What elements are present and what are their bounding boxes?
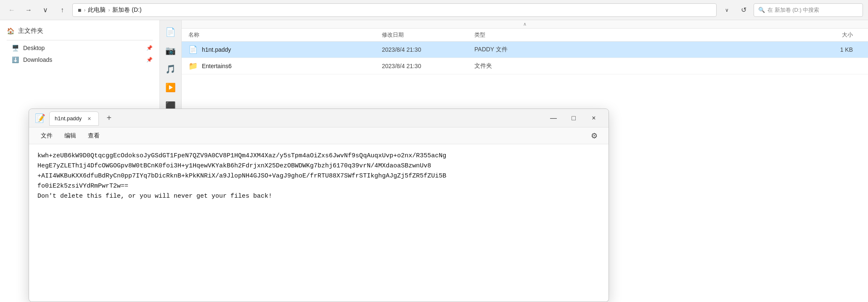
file-size: 1 KB	[558, 46, 861, 53]
up-button[interactable]: ↑	[56, 3, 69, 17]
sidebar-downloads-label: Downloads	[23, 56, 52, 63]
file-name-cell: 📄 h1nt.paddy	[188, 45, 382, 54]
notepad-titlebar: 📝 h1nt.paddy × + — □ ×	[29, 109, 609, 127]
file-name: Entertains6	[202, 63, 232, 69]
forward-button[interactable]: →	[22, 3, 35, 17]
notepad-window: 📝 h1nt.paddy × + — □ × 文件 编辑 查看 ⚙ kwh+ze…	[29, 109, 609, 302]
file-row[interactable]: 📄 h1nt.paddy 2023/8/4 21:30 PADDY 文件 1 K…	[182, 42, 868, 58]
address-icon: ■	[78, 7, 81, 13]
collapse-icon: ∧	[523, 21, 527, 27]
sidebar-home-label: 主文件夹	[18, 27, 43, 35]
search-icon: 🔍	[758, 7, 765, 13]
header-size: 大小	[558, 31, 861, 39]
notepad-settings-button[interactable]: ⚙	[587, 128, 602, 143]
icon-strip-doc[interactable]: 📄	[162, 24, 179, 40]
address-sep: ›	[84, 7, 85, 13]
home-icon: 🏠	[7, 27, 15, 35]
file-type: 文件夹	[474, 62, 558, 70]
notepad-new-tab-button[interactable]: +	[102, 111, 116, 125]
address-bar[interactable]: ■ › 此电脑 › 新加卷 (D:)	[72, 3, 717, 17]
address-path-2: 新加卷 (D:)	[112, 6, 141, 14]
title-bar: ← → ∨ ↑ ■ › 此电脑 › 新加卷 (D:) ∨ ↺ 🔍 在 新加卷 (…	[0, 0, 868, 20]
sidebar-item-desktop[interactable]: 🖥️ Desktop 📌	[0, 42, 159, 54]
refresh-button[interactable]: ↺	[737, 3, 750, 17]
sidebar-item-downloads[interactable]: ⬇️ Downloads 📌	[0, 54, 159, 66]
menu-file[interactable]: 文件	[36, 130, 58, 141]
file-type: PADDY 文件	[474, 46, 558, 53]
downloads-pin-icon: 📌	[146, 57, 153, 63]
notepad-maximize-button[interactable]: □	[564, 111, 583, 125]
file-name-cell: 📁 Entertains6	[188, 61, 382, 71]
file-name: h1nt.paddy	[202, 46, 231, 53]
header-date: 修改日期	[382, 31, 474, 39]
notepad-window-controls: — □ ×	[544, 111, 603, 125]
file-date: 2023/8/4 21:30	[382, 46, 474, 53]
header-name: 名称	[188, 31, 382, 39]
file-date: 2023/8/4 21:30	[382, 63, 474, 69]
icon-strip-video[interactable]: ▶️	[162, 79, 179, 96]
notepad-content[interactable]: kwh+zeUB6kW9D0QtqcggEcOdoksoJyGSdGT1FpeN…	[29, 144, 609, 302]
folder-icon: 📁	[188, 61, 198, 71]
search-placeholder-text: 在 新加卷 (D:) 中搜索	[767, 6, 820, 14]
notepad-tab-name: h1nt.paddy	[55, 115, 82, 122]
back-button[interactable]: ←	[5, 3, 19, 17]
search-bar[interactable]: 🔍 在 新加卷 (D:) 中搜索	[754, 3, 863, 17]
collapse-bar[interactable]: ∧	[182, 20, 868, 29]
address-sep-1: ›	[108, 7, 110, 13]
sidebar-desktop-label: Desktop	[23, 45, 45, 51]
dropdown-button[interactable]: ∨	[39, 3, 52, 17]
notepad-app-icon: 📝	[34, 112, 46, 124]
sidebar-home[interactable]: 🏠 主文件夹	[0, 24, 159, 38]
address-path-1: 此电脑	[88, 6, 106, 14]
address-dropdown-button[interactable]: ∨	[720, 3, 733, 17]
notepad-close-button[interactable]: ×	[584, 111, 603, 125]
menu-edit[interactable]: 编辑	[59, 130, 81, 141]
file-row[interactable]: 📁 Entertains6 2023/8/4 21:30 文件夹	[182, 58, 868, 74]
notepad-tab[interactable]: h1nt.paddy ×	[49, 111, 99, 126]
notepad-minimize-button[interactable]: —	[544, 111, 563, 125]
icon-strip-photo[interactable]: 📷	[162, 42, 179, 59]
header-type: 类型	[474, 31, 558, 39]
file-icon: 📄	[188, 45, 198, 54]
downloads-icon: ⬇️	[12, 56, 19, 63]
icon-strip-music[interactable]: 🎵	[162, 61, 179, 77]
notepad-menubar: 文件 编辑 查看 ⚙	[29, 127, 609, 144]
sidebar-divider	[7, 40, 153, 40]
notepad-tab-close-button[interactable]: ×	[85, 114, 93, 123]
desktop-pin-icon: 📌	[146, 45, 153, 51]
menu-view[interactable]: 查看	[83, 130, 105, 141]
file-header: 名称 修改日期 类型 大小	[182, 29, 868, 42]
desktop-icon: 🖥️	[12, 45, 19, 51]
